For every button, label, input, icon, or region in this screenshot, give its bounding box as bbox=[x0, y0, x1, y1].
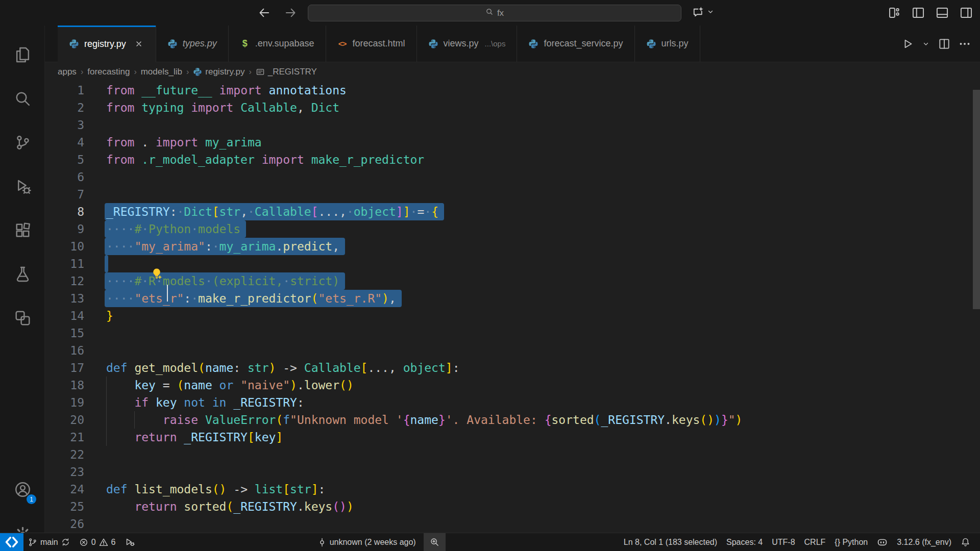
code-line-7[interactable] bbox=[106, 186, 970, 203]
code-line-2[interactable]: from typing import Callable, Dict bbox=[106, 99, 970, 116]
status-debug[interactable] bbox=[120, 533, 139, 551]
code-line-25[interactable]: return sorted(_REGISTRY.keys()) bbox=[106, 498, 970, 515]
activity-run-debug[interactable] bbox=[0, 164, 45, 208]
split-editor-icon[interactable] bbox=[938, 38, 950, 50]
line-number-13[interactable]: 13 bbox=[45, 290, 84, 307]
code-line-1[interactable]: from __future__ import annotations bbox=[106, 82, 970, 99]
code-line-3[interactable] bbox=[106, 116, 970, 134]
breadcrumb-item--REGISTRY[interactable]: _REGISTRY bbox=[256, 67, 317, 77]
code-line-17[interactable]: def get_model(name: str) -> Callable[...… bbox=[106, 359, 970, 377]
code-editor[interactable]: 1234567891011121314151617181920212223242… bbox=[45, 82, 980, 533]
toggle-panel-icon[interactable] bbox=[936, 6, 949, 19]
line-number-19[interactable]: 19 bbox=[45, 394, 84, 411]
code-line-22[interactable] bbox=[106, 446, 970, 463]
code-line-5[interactable]: from .r_model_adapter import make_r_pred… bbox=[106, 151, 970, 168]
code-line-21[interactable]: return _REGISTRY[key] bbox=[106, 429, 970, 446]
code-line-23[interactable] bbox=[106, 463, 970, 481]
status-problems[interactable]: 06 bbox=[75, 533, 120, 551]
status-eol[interactable]: CRLF bbox=[800, 533, 830, 551]
code-line-18[interactable]: key = (name or "naive").lower() bbox=[106, 377, 970, 394]
line-number-16[interactable]: 16 bbox=[45, 342, 84, 359]
code-line-6[interactable] bbox=[106, 168, 970, 186]
navigate-forward-icon[interactable] bbox=[284, 6, 297, 19]
activity-search[interactable] bbox=[0, 77, 45, 120]
status-notifications[interactable] bbox=[956, 533, 975, 551]
line-number-14[interactable]: 14 bbox=[45, 307, 84, 324]
code-line-14[interactable]: } bbox=[106, 307, 970, 324]
line-number-9[interactable]: 9 bbox=[45, 220, 84, 238]
line-number-20[interactable]: 20 bbox=[45, 411, 84, 429]
line-number-26[interactable]: 26 bbox=[45, 515, 84, 533]
code-line-8[interactable]: _REGISTRY:·Dict[str,·Callable[...,·objec… bbox=[106, 203, 970, 220]
line-number-2[interactable]: 2 bbox=[45, 99, 84, 116]
code-line-15[interactable] bbox=[106, 324, 970, 342]
code-line-12[interactable]: ····#·R·models·(explicit,·strict) bbox=[106, 272, 970, 290]
activity-source-control[interactable] bbox=[0, 120, 45, 164]
breadcrumb-item-registry-py[interactable]: registry.py bbox=[193, 67, 244, 77]
line-number-8[interactable]: 8 bbox=[45, 203, 84, 220]
line-number-15[interactable]: 15 bbox=[45, 324, 84, 342]
line-number-23[interactable]: 23 bbox=[45, 463, 84, 481]
line-number-24[interactable]: 24 bbox=[45, 481, 84, 498]
close-icon[interactable] bbox=[133, 38, 144, 49]
line-number-3[interactable]: 3 bbox=[45, 116, 84, 134]
tab-types-py[interactable]: types.py bbox=[156, 26, 229, 62]
code-line-10[interactable]: ····"my_arima":·my_arima.predict, bbox=[106, 238, 970, 255]
code-line-9[interactable]: ····#·Python·models bbox=[106, 220, 970, 238]
status-language-mode[interactable]: {} Python bbox=[830, 533, 872, 551]
toggle-sidebar-right-icon[interactable] bbox=[960, 6, 973, 19]
status-zoom[interactable] bbox=[424, 533, 446, 551]
status-encoding[interactable]: UTF-8 bbox=[767, 533, 799, 551]
code-line-11[interactable] bbox=[106, 255, 970, 272]
breadcrumb-item-models-lib[interactable]: models_lib bbox=[141, 67, 182, 77]
toggle-sidebar-left-icon[interactable] bbox=[912, 6, 925, 19]
line-number-11[interactable]: 11 bbox=[45, 255, 84, 272]
tab-urls-py[interactable]: urls.py bbox=[635, 26, 700, 62]
line-number-1[interactable]: 1 bbox=[45, 82, 84, 99]
line-number-4[interactable]: 4 bbox=[45, 134, 84, 151]
line-number-18[interactable]: 18 bbox=[45, 377, 84, 394]
ellipsis-icon[interactable] bbox=[959, 38, 971, 50]
remote-icon[interactable] bbox=[0, 533, 23, 551]
line-number-17[interactable]: 17 bbox=[45, 359, 84, 377]
code-line-26[interactable] bbox=[106, 515, 970, 533]
status-python-interpreter[interactable]: 3.12.6 (fx_env) bbox=[892, 533, 956, 551]
chevron-down-icon[interactable] bbox=[922, 38, 930, 50]
copilot-chat-button[interactable] bbox=[692, 6, 715, 18]
activity-testing[interactable] bbox=[0, 252, 45, 296]
customize-layout-icon[interactable] bbox=[888, 6, 901, 19]
tab-forecast-service-py[interactable]: forecast_service.py bbox=[517, 26, 634, 62]
activity-extensions[interactable] bbox=[0, 208, 45, 252]
breadcrumb-item-apps[interactable]: apps bbox=[58, 67, 77, 77]
activity-explorer[interactable] bbox=[0, 33, 45, 77]
code-line-20[interactable]: raise ValueError(f"Unknown model '{name}… bbox=[106, 411, 970, 429]
editor-scrollbar[interactable] bbox=[973, 90, 980, 309]
lightbulb-sparkle-icon[interactable] bbox=[150, 267, 163, 281]
run-icon[interactable] bbox=[901, 38, 914, 50]
code-line-24[interactable]: def list_models() -> list[str]: bbox=[106, 481, 970, 498]
breadcrumb-item-forecasting[interactable]: forecasting bbox=[87, 67, 130, 77]
tab-registry-py[interactable]: registry.py bbox=[58, 26, 156, 62]
status-cursor-position[interactable]: Ln 8, Col 1 (183 selected) bbox=[619, 533, 722, 551]
code-line-4[interactable]: from . import my_arima bbox=[106, 134, 970, 151]
line-number-7[interactable]: 7 bbox=[45, 186, 84, 203]
line-number-5[interactable]: 5 bbox=[45, 151, 84, 168]
line-number-6[interactable]: 6 bbox=[45, 168, 84, 186]
status-indentation[interactable]: Spaces: 4 bbox=[722, 533, 767, 551]
line-number-22[interactable]: 22 bbox=[45, 446, 84, 463]
status-copilot[interactable] bbox=[872, 533, 892, 551]
line-number-10[interactable]: 10 bbox=[45, 238, 84, 255]
status-git-blame[interactable]: unknown (2 weeks ago) bbox=[313, 533, 421, 551]
status-branch[interactable]: main bbox=[23, 533, 75, 551]
tab--env-supabase[interactable]: $.env.supabase bbox=[229, 26, 326, 62]
code-line-13[interactable]: ····"ets_r":·make_r_predictor("ets_r.R")… bbox=[106, 290, 970, 307]
line-number-25[interactable]: 25 bbox=[45, 498, 84, 515]
activity-custom-view[interactable] bbox=[0, 296, 45, 340]
navigate-back-icon[interactable] bbox=[258, 6, 271, 19]
code-line-16[interactable] bbox=[106, 342, 970, 359]
line-number-21[interactable]: 21 bbox=[45, 429, 84, 446]
line-number-12[interactable]: 12 bbox=[45, 272, 84, 290]
code-line-19[interactable]: if key not in _REGISTRY: bbox=[106, 394, 970, 411]
tab-views-py[interactable]: views.py...\ops bbox=[417, 26, 518, 62]
tab-forecast-html[interactable]: <>forecast.html bbox=[326, 26, 417, 62]
